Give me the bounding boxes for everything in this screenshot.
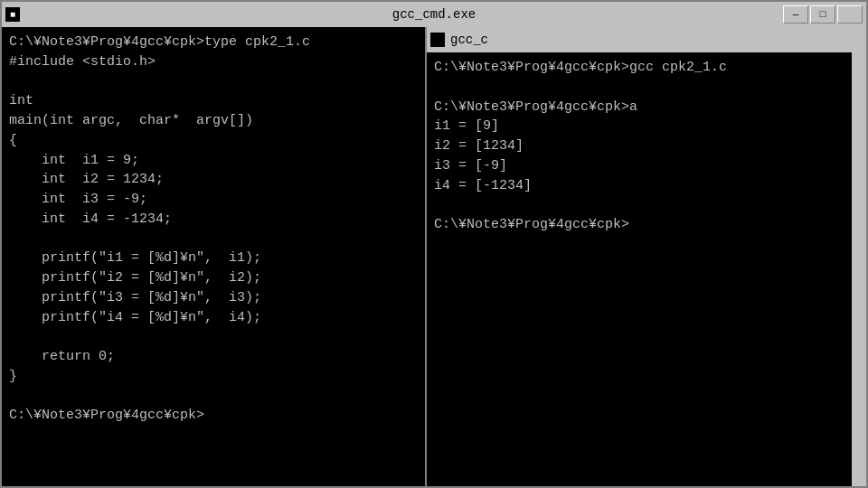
code-line [9,230,418,249]
close-button[interactable] [837,5,863,23]
code-line: int i3 = -9; [9,190,418,210]
code-line: } [9,367,418,387]
code-line [9,72,418,92]
left-terminal: C:\¥Note3¥Prog¥4gcc¥cpk>type cpk2_1.c#in… [2,27,427,486]
code-line: printf("i1 = [%d]¥n", i1); [9,249,418,268]
window-title: gcc_cmd.exe [392,7,476,22]
code-line: int [9,91,418,111]
main-window: ■ gcc_cmd.exe — □ C:\¥Note3¥Prog¥4gcc¥cp… [0,0,868,488]
code-line: int i4 = -1234; [9,210,418,230]
code-line: int i1 = 9; [9,151,418,171]
output-line [434,78,844,98]
code-line: int i2 = 1234; [9,170,418,190]
right-window-icon [430,33,445,47]
restore-button[interactable]: □ [810,5,835,23]
code-line: printf("i3 = [%d]¥n", i3); [9,288,418,308]
code-line: return 0; [9,347,418,367]
code-line [9,387,418,407]
title-bar: ■ gcc_cmd.exe — □ [2,2,866,27]
right-title-bar: gcc_c [427,27,852,52]
right-title-text: gcc_c [450,33,488,47]
output-line: C:\¥Note3¥Prog¥4gcc¥cpk> [434,215,844,235]
output-line: i1 = [9] [434,117,844,136]
output-line: i3 = [-9] [434,156,844,176]
content-area: C:\¥Note3¥Prog¥4gcc¥cpk>type cpk2_1.c#in… [2,27,866,486]
code-line: printf("i2 = [%d]¥n", i2); [9,268,418,288]
window-icon: ■ [5,7,20,22]
code-line: C:\¥Note3¥Prog¥4gcc¥cpk>type cpk2_1.c [9,33,418,52]
code-line: { [9,131,418,151]
minimize-button[interactable]: — [783,5,808,23]
output-line [434,195,844,215]
output-line: i4 = [-1234] [434,176,844,196]
code-line: #include <stdio.h> [9,52,418,72]
right-pane: gcc_c C:\¥Note3¥Prog¥4gcc¥cpk>gcc cpk2_1… [427,27,852,486]
code-line [9,327,418,347]
title-bar-controls: — □ [783,5,863,23]
code-line: main(int argc, char* argv[]) [9,111,418,131]
output-line: i2 = [1234] [434,136,844,156]
output-line: C:\¥Note3¥Prog¥4gcc¥cpk>gcc cpk2_1.c [434,58,844,78]
output-line: C:\¥Note3¥Prog¥4gcc¥cpk>a [434,98,844,117]
right-terminal: C:\¥Note3¥Prog¥4gcc¥cpk>gcc cpk2_1.c C:\… [427,52,852,486]
code-line: C:\¥Note3¥Prog¥4gcc¥cpk> [9,406,418,426]
title-bar-left: ■ [5,7,20,22]
code-line: printf("i4 = [%d]¥n", i4); [9,308,418,328]
scrollbar[interactable] [852,27,866,486]
